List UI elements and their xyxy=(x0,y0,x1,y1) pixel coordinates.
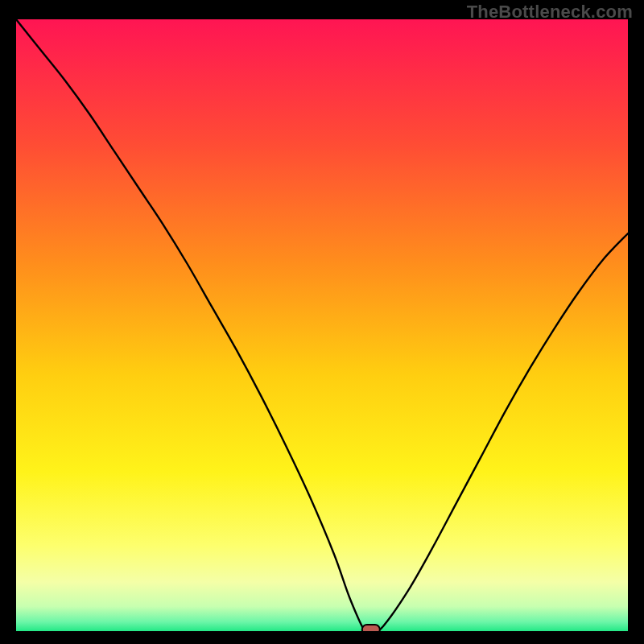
chart-frame: TheBottleneck.com xyxy=(0,0,644,644)
plot-background xyxy=(16,19,628,631)
optimum-marker xyxy=(362,625,380,631)
bottleneck-plot xyxy=(16,19,628,631)
plot-svg xyxy=(16,19,628,631)
